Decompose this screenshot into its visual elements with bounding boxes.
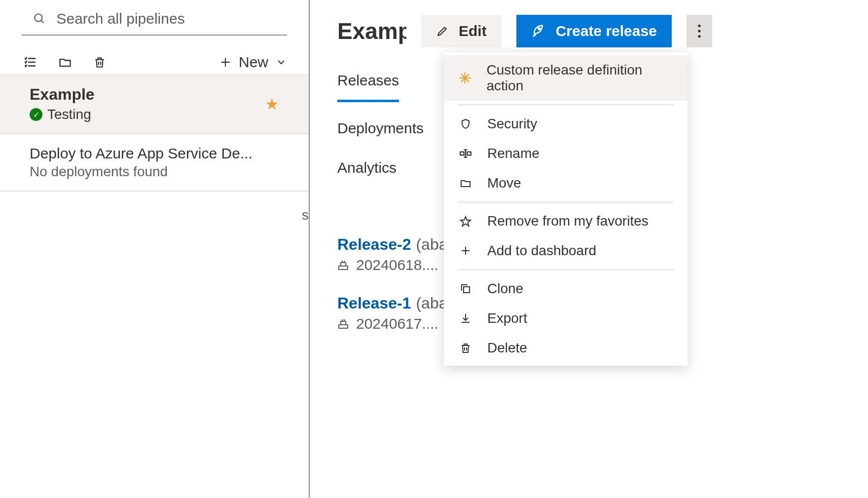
trash-icon[interactable]: [91, 53, 108, 71]
svg-point-11: [698, 30, 700, 32]
sidebar-toolbar: New: [0, 39, 309, 75]
shield-icon: [458, 118, 473, 130]
create-release-button[interactable]: Create release: [516, 15, 672, 47]
list-view-icon[interactable]: [22, 53, 39, 71]
edit-button[interactable]: Edit: [421, 15, 502, 47]
menu-divider: [458, 105, 674, 105]
release-link[interactable]: Release-1: [337, 294, 411, 312]
favorite-star-icon[interactable]: ★: [265, 95, 279, 114]
page-title: Exampl: [337, 18, 406, 44]
menu-label: Add to dashboard: [487, 243, 596, 259]
pipeline-title: Example: [30, 85, 287, 104]
release-link[interactable]: Release-2: [337, 235, 411, 254]
build-icon: [337, 259, 349, 271]
svg-rect-37: [464, 287, 470, 293]
menu-label: Clone: [487, 281, 523, 297]
menu-label: Rename: [487, 146, 540, 161]
release-build: 20240617....: [356, 315, 438, 332]
menu-item-custom-action[interactable]: Custom release definition action: [444, 55, 687, 101]
folder-icon: [458, 177, 473, 189]
chevron-down-icon: [275, 56, 287, 68]
header-row: Exampl Edit Create release: [337, 15, 868, 47]
rename-icon: [458, 147, 473, 160]
menu-item-delete[interactable]: Delete: [444, 333, 687, 363]
edit-label: Edit: [459, 23, 487, 39]
folder-icon[interactable]: [56, 53, 74, 71]
release-build: 20240618....: [356, 257, 438, 273]
pipeline-title: Deploy to Azure App Service De...: [30, 145, 287, 162]
menu-divider: [458, 269, 674, 270]
svg-point-9: [538, 28, 540, 30]
menu-label: Security: [487, 116, 537, 132]
pencil-icon: [436, 25, 449, 38]
menu-item-clone[interactable]: Clone: [444, 274, 687, 304]
search-icon: [32, 10, 47, 28]
create-release-label: Create release: [556, 23, 657, 39]
svg-rect-21: [341, 321, 346, 325]
pipeline-sub: No deployments found: [30, 164, 287, 180]
pipeline-status: ✓ Testing: [30, 107, 287, 122]
new-label: New: [239, 54, 268, 71]
menu-item-remove-favorite[interactable]: Remove from my favorites: [444, 206, 687, 236]
pipeline-list: Example ✓ Testing ★ Deploy to Azure App …: [0, 75, 309, 192]
rocket-icon: [531, 24, 546, 38]
sidebar: New Example ✓ Testing ★ Deploy to Azure …: [0, 0, 310, 498]
menu-item-add-dashboard[interactable]: Add to dashboard: [444, 236, 687, 266]
more-icon: [697, 23, 701, 39]
svg-rect-33: [467, 152, 471, 155]
svg-rect-14: [341, 263, 346, 266]
svg-point-10: [698, 25, 700, 27]
clipped-text: s: [302, 207, 309, 223]
svg-point-0: [35, 14, 42, 21]
plus-icon: [458, 245, 473, 257]
pipeline-item-example[interactable]: Example ✓ Testing ★: [0, 75, 309, 134]
menu-label: Custom release definition action: [486, 62, 674, 94]
menu-label: Delete: [487, 340, 527, 356]
context-menu: Custom release definition action Securit…: [444, 52, 687, 366]
tab-analytics[interactable]: Analytics: [337, 154, 397, 181]
tab-releases[interactable]: Releases: [337, 67, 399, 102]
trash-icon: [458, 342, 473, 354]
new-button[interactable]: New: [219, 54, 287, 71]
menu-label: Move: [487, 175, 521, 191]
svg-point-12: [698, 35, 700, 38]
menu-item-rename[interactable]: Rename: [444, 139, 687, 168]
menu-item-export[interactable]: Export: [444, 304, 687, 333]
svg-rect-32: [460, 152, 464, 155]
star-icon: [458, 215, 473, 227]
search-field[interactable]: [22, 5, 287, 36]
menu-label: Remove from my favorites: [487, 213, 649, 229]
download-icon: [458, 312, 473, 324]
menu-divider: [458, 202, 674, 202]
tab-deployments[interactable]: Deployments: [337, 115, 424, 142]
clone-icon: [458, 283, 473, 295]
success-icon: ✓: [30, 108, 42, 121]
pipeline-item-deploy[interactable]: Deploy to Azure App Service De... No dep…: [0, 134, 309, 192]
menu-item-move[interactable]: Move: [444, 168, 687, 198]
more-actions-button[interactable]: [687, 15, 712, 47]
sparkle-icon: [458, 71, 472, 85]
svg-rect-20: [339, 325, 348, 328]
svg-rect-13: [339, 266, 348, 269]
menu-label: Export: [487, 310, 527, 326]
pipeline-status-label: Testing: [47, 107, 91, 122]
search-input[interactable]: [56, 10, 285, 27]
svg-marker-34: [461, 217, 470, 226]
build-icon: [337, 318, 349, 330]
menu-item-security[interactable]: Security: [444, 109, 687, 139]
svg-line-1: [41, 20, 43, 23]
